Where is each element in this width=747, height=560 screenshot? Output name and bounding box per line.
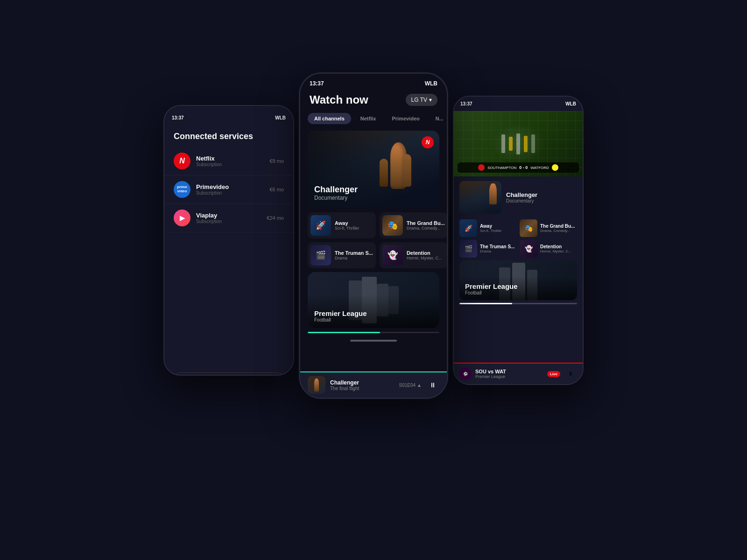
np-rocket-icon: [314, 378, 319, 392]
rp3: [516, 133, 520, 154]
right-detention-info: Detention Horror, Myster, C...: [540, 244, 571, 253]
truman-genre: Drama: [335, 256, 373, 260]
tv-label: LG TV: [411, 97, 427, 103]
netflix-price: €9 mo: [269, 158, 284, 164]
viaplay-price: €24 mo: [267, 215, 284, 221]
netflix-badge: N: [422, 136, 434, 148]
right-detention-thumb: 👻: [520, 240, 537, 258]
right-status-bar: 13:37 WLB: [454, 97, 583, 111]
phone-right: 13:37 WLB SOUTHAMPTON 0 - 0: [453, 96, 584, 385]
southampton-badge: [478, 164, 485, 171]
netflix-logo: N: [174, 153, 190, 169]
football-card[interactable]: Premier League Football: [308, 272, 439, 328]
detention-genre: Horror, Myster, C...: [407, 256, 442, 260]
service-item-viaplay[interactable]: ▶ Viaplay Subscription €24 mo: [164, 204, 293, 232]
center-progress-fill: [308, 332, 380, 333]
right-grand-info: The Grand Bu... Drama, Comedy...: [540, 224, 575, 233]
left-carrier: WLB: [275, 115, 286, 120]
chevron-up-icon: ▲: [417, 383, 422, 388]
prime-price: €6 mo: [269, 187, 284, 192]
connected-services-title: Connected services: [164, 124, 293, 147]
hero-title: Challenger: [314, 185, 358, 195]
netflix-info: Netflix Subscription: [196, 155, 264, 167]
grand-info: The Grand Bu... Drama, Comedy...: [407, 220, 445, 231]
right-football-sub: Football: [465, 290, 518, 295]
live-badge: Live: [547, 371, 560, 377]
pause-button[interactable]: ⏸: [426, 378, 439, 392]
football-info: Premier League Football: [314, 309, 367, 322]
np-thumbnail: [308, 376, 325, 394]
detention-title: Detention: [407, 250, 442, 256]
viaplay-logo: ▶: [174, 210, 190, 226]
right-card-detention[interactable]: 👻 Detention Horror, Myster, C...: [520, 240, 577, 258]
right-away-info: Away Sci-fi, Thriller: [480, 224, 502, 233]
add-service-button[interactable]: + Add another service: [172, 372, 286, 376]
content-card-detention[interactable]: 👻 Detention Horror, Myster, C...: [380, 242, 448, 268]
viaplay-sub: Subscription: [196, 219, 261, 224]
hero-card[interactable]: N Challenger Documentary: [308, 131, 439, 208]
episode-label: S01E04: [399, 383, 416, 388]
right-grand-thumb: 🎭: [520, 219, 537, 237]
hero-info: Challenger Documentary: [314, 185, 358, 201]
grand-genre: Drama, Comedy...: [407, 226, 445, 231]
right-now-playing: ⚽ SOU vs WAT Premier League Live ⏸: [454, 363, 583, 384]
right-content: 13:37 WLB SOUTHAMPTON 0 - 0: [454, 97, 583, 304]
notch: [350, 74, 397, 85]
right-away-thumb: 🚀: [459, 219, 477, 237]
viaplay-name: Viaplay: [196, 212, 261, 219]
right-challenger-title: Challenger: [506, 191, 537, 198]
right-rocket-icon: [489, 183, 497, 204]
rp4: [524, 136, 528, 152]
right-truman-info: The Truman S... Drama: [480, 244, 514, 253]
np-info: Challenger The final flight: [330, 379, 395, 391]
right-football-screenshot: SOUTHAMPTON 0 - 0 WATFORD: [454, 111, 583, 176]
right-card-grand[interactable]: 🎭 The Grand Bu... Drama, Comedy...: [520, 219, 577, 237]
right-challenger-thumb: [459, 181, 501, 214]
right-detention-title: Detention: [540, 244, 571, 249]
hero-subtitle: Documentary: [314, 195, 358, 201]
prime-sub: Subscription: [196, 190, 264, 196]
service-item-netflix[interactable]: N Netflix Subscription €9 mo: [164, 147, 293, 175]
prime-logo: primevideo: [174, 181, 190, 198]
rp5: [531, 134, 535, 153]
content-card-truman[interactable]: 🎬 The Truman S... Drama: [308, 242, 376, 268]
right-card-truman[interactable]: 🎬 The Truman S... Drama: [459, 240, 517, 258]
rocket-booster-left: [380, 159, 388, 187]
right-time: 13:37: [460, 101, 472, 106]
left-time: 13:37: [172, 115, 184, 120]
team2-name: WATFORD: [530, 166, 549, 170]
right-pause-button[interactable]: ⏸: [564, 367, 577, 380]
tv-selector[interactable]: LG TV ▾: [406, 94, 437, 106]
right-football-hero[interactable]: Premier League Football: [459, 260, 577, 300]
np-subtitle: The final flight: [330, 386, 395, 391]
tab-all-channels[interactable]: All channels: [308, 113, 351, 124]
premier-icon: ⚽: [463, 372, 468, 376]
chevron-down-icon: ▾: [429, 97, 432, 103]
content-grid: 🚀 Away Sci-fi, Thriller 🎭 The Grand Bu..…: [308, 212, 439, 268]
tab-netflix[interactable]: Netflix: [354, 113, 383, 124]
right-np-info: SOU vs WAT Premier League: [475, 369, 543, 379]
home-bar: [350, 340, 397, 342]
away-thumb: 🚀: [310, 215, 331, 236]
tab-primevideo[interactable]: Primevideo: [385, 113, 426, 124]
tab-more[interactable]: N...: [429, 113, 447, 124]
grand-thumb: 🎭: [382, 215, 403, 236]
football-title: Premier League: [314, 309, 367, 317]
right-card-away[interactable]: 🚀 Away Sci-fi, Thriller: [459, 219, 517, 237]
center-header: Watch now LG TV ▾: [300, 90, 447, 112]
right-football-title: Premier League: [465, 282, 518, 290]
right-carrier: WLB: [565, 101, 576, 106]
rp2: [509, 137, 513, 151]
content-card-grand[interactable]: 🎭 The Grand Bu... Drama, Comedy...: [380, 212, 448, 238]
grand-title: The Grand Bu...: [407, 220, 445, 226]
watford-badge: [552, 164, 558, 171]
phones-container: 13:37 WLB Connected services N Netflix S…: [163, 58, 584, 502]
prime-name: Primevideo: [196, 183, 264, 190]
right-truman-title: The Truman S...: [480, 244, 514, 249]
center-carrier: WLB: [425, 80, 437, 87]
service-item-prime[interactable]: primevideo Primevideo Subscription €6 mo: [164, 175, 293, 204]
prime-info: Primevideo Subscription: [196, 183, 264, 196]
detention-info: Detention Horror, Myster, C...: [407, 250, 442, 260]
away-info: Away Sci-fi, Thriller: [335, 220, 359, 231]
content-card-away[interactable]: 🚀 Away Sci-fi, Thriller: [308, 212, 376, 238]
